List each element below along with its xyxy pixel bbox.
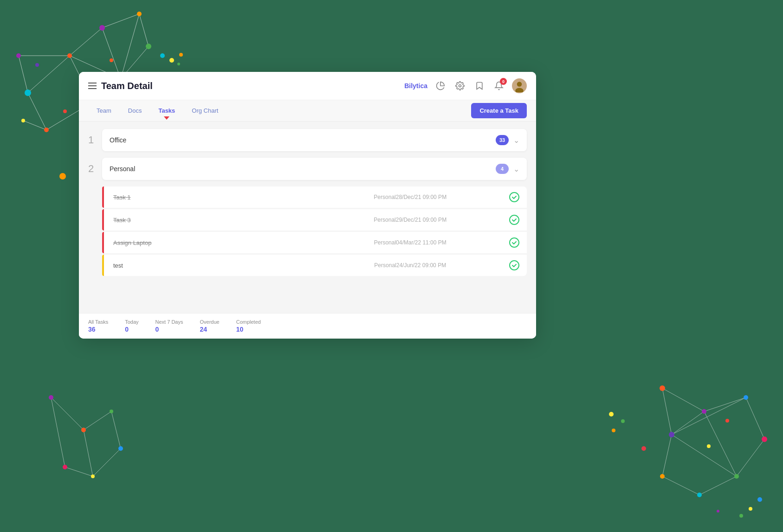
settings-icon[interactable]: [453, 79, 466, 92]
stat-next-7-days-label: Next 7 Days: [155, 319, 183, 325]
personal-chevron-icon: ⌄: [513, 165, 519, 173]
task-bar-1: [102, 186, 104, 208]
svg-point-66: [669, 432, 674, 437]
tab-team[interactable]: Team: [88, 102, 120, 120]
group-number-2: 2: [88, 163, 96, 175]
svg-point-71: [757, 497, 762, 502]
tab-org-chart[interactable]: Org Chart: [183, 102, 226, 120]
task-name-1: Task 1: [110, 194, 311, 201]
tab-tasks[interactable]: Tasks: [150, 102, 183, 120]
group-row-office: 1 Office 33 ⌄: [88, 129, 527, 151]
group-office-right: 33 ⌄: [496, 135, 519, 145]
bookmark-icon[interactable]: [473, 79, 486, 92]
svg-line-37: [93, 449, 121, 476]
notification-icon[interactable]: 0: [492, 79, 505, 92]
svg-point-44: [118, 446, 123, 451]
stat-overdue-label: Overdue: [200, 319, 219, 325]
svg-point-60: [702, 409, 706, 414]
hamburger-menu-icon[interactable]: [88, 83, 97, 89]
svg-line-48: [704, 397, 746, 411]
svg-line-55: [672, 411, 704, 435]
svg-point-41: [49, 395, 53, 400]
svg-point-81: [510, 192, 519, 202]
svg-line-1: [70, 28, 102, 56]
stat-completed-label: Completed: [236, 319, 261, 325]
task-date-1: Personal28/Dec/21 09:00 PM: [311, 194, 510, 200]
create-task-button[interactable]: Create a Task: [471, 103, 527, 118]
group-name-office: Office: [110, 136, 126, 144]
svg-line-53: [662, 435, 672, 476]
card-nav: Team Docs Tasks Org Chart Create a Task: [79, 100, 536, 122]
svg-point-76: [612, 429, 615, 432]
task-bar-assign-laptop: [102, 232, 104, 253]
svg-point-64: [697, 493, 702, 497]
task-date-test: Personal24/Jun/22 09:00 PM: [311, 262, 510, 269]
svg-point-30: [169, 58, 174, 63]
svg-point-26: [63, 109, 67, 113]
group-card-personal[interactable]: Personal 4 ⌄: [102, 158, 527, 180]
task-item-1[interactable]: Task 1 Personal28/Dec/21 09:00 PM: [102, 186, 527, 208]
svg-line-38: [65, 467, 93, 476]
svg-point-46: [63, 465, 67, 469]
task-item-assign-laptop[interactable]: Assign Laptop Personal04/Mar/22 11:00 PM: [102, 232, 527, 254]
svg-line-50: [737, 439, 764, 476]
svg-point-68: [725, 419, 729, 423]
notification-badge: 0: [500, 78, 507, 85]
task-bar-test: [102, 255, 104, 276]
svg-point-67: [707, 444, 711, 448]
stat-all-tasks-value: 36: [88, 326, 108, 333]
stat-today: Today 0: [125, 319, 138, 333]
header-right: Bilytica: [404, 78, 527, 93]
stat-completed-value: 10: [236, 326, 261, 333]
tab-docs[interactable]: Docs: [120, 102, 150, 120]
task-name-test: test: [110, 262, 311, 269]
card-content: 1 Office 33 ⌄ 2 Personal 4 ⌄: [79, 122, 536, 337]
group-card-office[interactable]: Office 33 ⌄: [102, 129, 527, 151]
stat-today-value: 0: [125, 326, 138, 333]
svg-point-24: [21, 119, 25, 122]
stat-today-label: Today: [125, 319, 138, 325]
svg-line-13: [121, 14, 139, 79]
svg-point-74: [609, 412, 614, 417]
avatar-icon[interactable]: [512, 78, 527, 93]
task-name-assign-laptop: Assign Laptop: [110, 239, 311, 246]
svg-line-40: [84, 430, 93, 476]
svg-point-33: [59, 173, 66, 179]
nav-tabs: Team Docs Tasks Org Chart: [88, 102, 226, 120]
svg-point-42: [81, 428, 86, 432]
task-item-3[interactable]: Task 3 Personal29/Dec/21 09:00 PM: [102, 209, 527, 231]
svg-point-18: [137, 12, 142, 16]
svg-point-83: [510, 238, 519, 247]
svg-line-11: [19, 56, 28, 93]
svg-line-58: [672, 397, 746, 435]
task-check-3: [509, 215, 519, 225]
svg-point-72: [739, 514, 743, 518]
stat-all-tasks-label: All Tasks: [88, 319, 108, 325]
header-left: Team Detail: [88, 81, 153, 91]
svg-point-27: [35, 63, 39, 67]
svg-line-34: [51, 397, 84, 430]
svg-point-63: [734, 474, 739, 479]
svg-point-79: [517, 82, 522, 87]
task-check-test: [509, 260, 519, 270]
svg-point-59: [660, 385, 665, 391]
svg-line-0: [28, 56, 70, 93]
svg-line-14: [23, 121, 46, 130]
group-personal-right: 4 ⌄: [496, 164, 519, 174]
svg-point-19: [146, 44, 151, 49]
svg-line-56: [704, 411, 737, 476]
main-card: Team Detail Bilytica: [79, 72, 536, 339]
svg-point-32: [177, 63, 180, 65]
svg-line-10: [102, 28, 121, 79]
task-item-test[interactable]: test Personal24/Jun/22 09:00 PM: [102, 255, 527, 276]
svg-point-28: [110, 58, 113, 62]
svg-line-2: [102, 14, 139, 28]
svg-line-47: [662, 388, 704, 411]
task-name-3: Task 3: [110, 217, 311, 224]
pie-chart-icon[interactable]: [434, 79, 447, 92]
svg-point-16: [67, 53, 72, 58]
card-header: Team Detail Bilytica: [79, 72, 536, 100]
svg-point-77: [459, 85, 461, 87]
task-bar-3: [102, 209, 104, 231]
office-badge: 33: [496, 135, 509, 145]
